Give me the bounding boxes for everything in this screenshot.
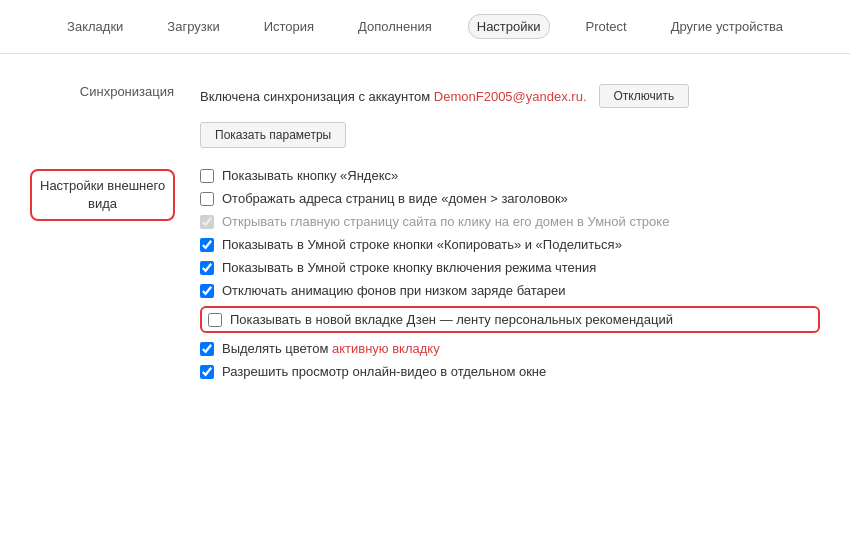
- sync-info-text: Включена синхронизация с аккаунтом Demon…: [200, 89, 587, 104]
- nav-other-devices[interactable]: Другие устройства: [663, 15, 791, 38]
- show-params-row: Показать параметры: [200, 118, 820, 148]
- nav-bookmarks[interactable]: Закладки: [59, 15, 131, 38]
- checkbox-label-yandex-button: Показывать кнопку «Яндекс»: [222, 168, 398, 183]
- checkbox-highlight-tab[interactable]: [200, 342, 214, 356]
- top-navigation: Закладки Загрузки История Дополнения Нас…: [0, 0, 850, 54]
- label-column: Синхронизация Настройки внешнего вида: [30, 84, 200, 387]
- checkbox-label-read-mode: Показывать в Умной строке кнопку включен…: [222, 260, 596, 275]
- appearance-label: Настройки внешнего вида: [30, 169, 175, 221]
- checkbox-main-page: [200, 215, 214, 229]
- checkbox-read-mode[interactable]: [200, 261, 214, 275]
- checkbox-row-domain-view: Отображать адреса страниц в виде «домен …: [200, 191, 820, 206]
- content-column: Включена синхронизация с аккаунтом Demon…: [200, 84, 820, 387]
- nav-downloads[interactable]: Загрузки: [159, 15, 227, 38]
- nav-protect[interactable]: Protect: [578, 15, 635, 38]
- appearance-section: Показывать кнопку «Яндекс» Отображать ад…: [200, 168, 820, 387]
- checkbox-label-dzen: Показывать в новой вкладке Дзен — ленту …: [230, 312, 673, 327]
- checkbox-label-video-window: Разрешить просмотр онлайн-видео в отдель…: [222, 364, 546, 379]
- checkbox-label-battery-animation: Отключать анимацию фонов при низком заря…: [222, 283, 566, 298]
- checkbox-row-dzen: Показывать в новой вкладке Дзен — ленту …: [200, 306, 820, 333]
- checkbox-label-main-page: Открывать главную страницу сайта по клик…: [222, 214, 669, 229]
- checkbox-battery-animation[interactable]: [200, 284, 214, 298]
- checkbox-row-copy-share: Показывать в Умной строке кнопки «Копиро…: [200, 237, 820, 252]
- nav-history[interactable]: История: [256, 15, 322, 38]
- checkbox-row-highlight-tab: Выделять цветом активную вкладку: [200, 341, 820, 356]
- checkbox-video-window[interactable]: [200, 365, 214, 379]
- checkbox-row-video-window: Разрешить просмотр онлайн-видео в отдель…: [200, 364, 820, 379]
- active-tab-link[interactable]: активную вкладку: [332, 341, 440, 356]
- checkbox-domain-view[interactable]: [200, 192, 214, 206]
- checkbox-yandex-button[interactable]: [200, 169, 214, 183]
- checkbox-label-highlight-tab: Выделять цветом активную вкладку: [222, 341, 440, 356]
- checkbox-row-yandex-button: Показывать кнопку «Яндекс»: [200, 168, 820, 183]
- checkbox-label-copy-share: Показывать в Умной строке кнопки «Копиро…: [222, 237, 622, 252]
- checkbox-row-read-mode: Показывать в Умной строке кнопку включен…: [200, 260, 820, 275]
- nav-settings[interactable]: Настройки: [468, 14, 550, 39]
- sync-email: DemonF2005@yandex.ru.: [434, 89, 587, 104]
- checkbox-dzen[interactable]: [208, 313, 222, 327]
- checkbox-row-battery-animation: Отключать анимацию фонов при низком заря…: [200, 283, 820, 298]
- nav-addons[interactable]: Дополнения: [350, 15, 440, 38]
- checkbox-label-domain-view: Отображать адреса страниц в виде «домен …: [222, 191, 568, 206]
- show-params-button[interactable]: Показать параметры: [200, 122, 346, 148]
- sync-label: Синхронизация: [30, 84, 190, 99]
- checkbox-row-main-page: Открывать главную страницу сайта по клик…: [200, 214, 820, 229]
- main-content: Синхронизация Настройки внешнего вида Вк…: [0, 54, 850, 407]
- sync-row: Включена синхронизация с аккаунтом Demon…: [200, 84, 820, 108]
- disconnect-button[interactable]: Отключить: [599, 84, 690, 108]
- checkbox-copy-share[interactable]: [200, 238, 214, 252]
